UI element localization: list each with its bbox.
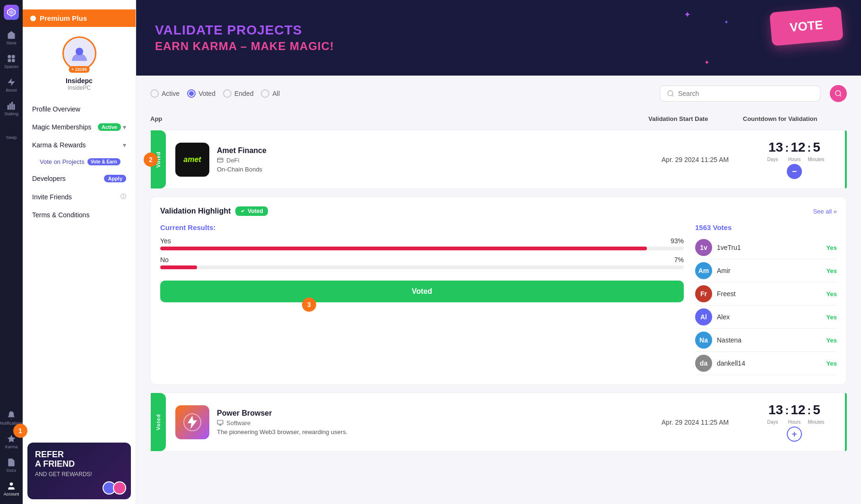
app-info-power: Power Browser Software The pioneering We… [217,409,638,436]
hours-amet: 12 [791,140,805,155]
search-input[interactable] [678,90,813,97]
svg-rect-2 [8,55,11,59]
info-icon: ⓘ [121,193,126,201]
sidebar-item-spaces[interactable]: Spaces [1,51,22,72]
boost-label: Boost [6,88,17,93]
plan-label: Premium Plus [40,14,87,22]
hero-line1: VALIDATE PROJECTS [155,23,334,38]
step-badge-1: 1 [13,424,27,438]
countdown-nums-amet: 13 : 12 : 5 [768,140,820,155]
user-display-name: Insidepc [66,77,93,85]
sidebar-item-swap[interactable]: Swap [1,122,22,143]
invite-label: Invite Friends [32,193,72,201]
sidebar-item-karma[interactable]: Karma & Rewards ▾ [26,137,132,154]
voter-row-2: Fr Freest Yes [695,282,837,306]
countdown-labels-amet: Days Hours Minutes [764,157,825,162]
brand-logo [4,5,19,20]
filter-radio-group: Active Voted Ended All [150,89,650,98]
voter-row-5: da dankell14 Yes [695,352,837,375]
voter-name-4: Nastena [717,336,822,344]
voters-list: 1563 Votes 1v 1veTru1 Yes Am Amir Yes Fr… [695,223,837,375]
sidebar-item-account[interactable]: Account [1,478,22,499]
sidebar-item-developers[interactable]: Developers Apply [26,170,132,187]
step-badge-2: 2 [144,153,158,167]
no-label: No [160,256,169,264]
apply-badge: Apply [104,175,126,182]
voter-avatar-3: Al [695,308,712,325]
filter-ended[interactable]: Ended [223,89,253,98]
star-icon-3: ✦ [724,19,729,26]
category-text: DeFi [226,157,239,164]
user-handle: InsidePC [68,85,91,91]
vote-box: VOTE [769,7,843,46]
svg-point-12 [668,91,673,96]
app-card-power: Voted Power Browser Software The pioneer… [150,393,847,452]
voter-vote-2: Yes [827,290,837,298]
svg-rect-9 [13,104,15,110]
voted-button[interactable]: Voted [160,281,684,302]
filter-active[interactable]: Active [150,89,180,98]
no-bar-track [160,265,684,269]
voter-vote-1: Yes [827,267,837,274]
star-icon-2: ✦ [704,59,710,66]
svg-point-10 [10,483,13,486]
sidebar-item-boost[interactable]: Boost [1,75,22,95]
sidebar-item-staking[interactable]: Staking [1,98,22,119]
power-logo-icon [183,413,202,432]
svg-line-13 [672,95,673,96]
sidebar-item-vote[interactable]: Vote on Projects Vote & Earn [34,154,132,169]
terms-label: Terms & Conditions [32,211,89,219]
sidebar-item-store[interactable]: Store [1,27,22,48]
vote-results: Current Results: Yes 93% No 7% [160,223,684,375]
svg-rect-5 [12,59,15,62]
yes-vote-row: Yes 93% [160,237,684,250]
category-text-power: Software [226,419,250,427]
countdown-nums-power: 13 : 12 : 5 [768,402,820,418]
avatar[interactable]: + 23195 [62,36,96,70]
swap-label: Swap [6,135,17,140]
sidebar-item-docs[interactable]: Docs [1,455,22,476]
radio-ended-circle [223,89,232,98]
filter-voted[interactable]: Voted [187,89,215,98]
chevron-down-icon-karma: ▾ [123,141,126,149]
vh-title: Validation Highlight [160,207,231,215]
countdown-labels-power: Days Hours Minutes [764,419,825,425]
refer-title: REFERA FRIEND [35,450,123,469]
no-pct: 7% [674,256,684,264]
sidebar-item-terms[interactable]: Terms & Conditions [26,206,132,223]
countdown-amet: 13 : 12 : 5 Days Hours Minutes − [742,130,846,188]
action-btn-power[interactable]: + [787,427,802,442]
voter-avatar-4: Na [695,332,712,349]
minutes-power: 5 [813,402,820,418]
action-btn-amet[interactable]: − [787,164,802,179]
vote-earn-badge: Vote & Earn [87,158,121,165]
search-button[interactable] [830,85,847,102]
sidebar-item-invite[interactable]: Invite Friends ⓘ [26,188,132,205]
app-category-power: Software [217,419,638,427]
filter-all[interactable]: All [261,89,280,98]
voter-vote-0: Yes [827,244,837,251]
refer-banner[interactable]: REFERA FRIEND AND GET REWARDS! [27,443,131,499]
current-results-title: Current Results: [160,223,684,231]
filter-active-label: Active [162,90,180,97]
sidebar-item-magic[interactable]: Magic Memberships Active ▾ [26,119,132,136]
refer-sub: AND GET REWARDS! [35,471,123,478]
no-bar-fill [160,265,197,269]
hero-text: VALIDATE PROJECTS EARN KARMA – MAKE MAGI… [155,23,334,53]
search-icon [667,90,674,97]
svg-rect-8 [11,102,13,110]
no-vote-row: No 7% [160,256,684,269]
svg-line-15 [840,95,841,96]
sidebar-item-profile[interactable]: Profile Overview [26,101,132,118]
karma-label: Karma [5,444,18,449]
search-bar [660,85,820,102]
voter-row-4: Na Nastena Yes [695,329,837,352]
voters-count: 1563 Votes [695,223,837,231]
app-name-amet: Amet Finance [217,146,638,155]
col-start-date: Validation Start Date [648,115,743,122]
voter-name-1: Amir [717,267,822,274]
voter-vote-3: Yes [827,314,837,321]
radio-all-circle [261,89,269,98]
see-all-link[interactable]: See all » [813,208,837,215]
right-accent-amet [845,130,847,188]
